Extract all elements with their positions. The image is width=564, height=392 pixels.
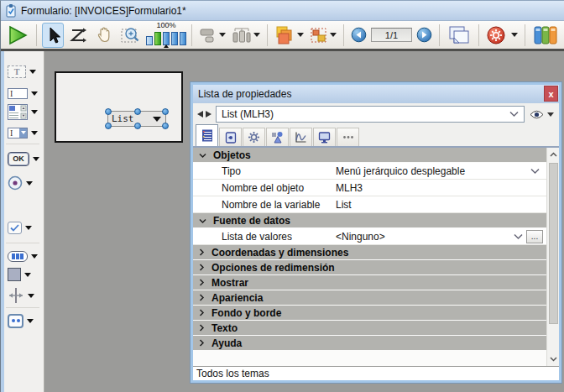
chevron-down-icon[interactable] <box>253 33 260 37</box>
checkbox-tool[interactable] <box>8 219 32 236</box>
section-header-apariencia[interactable]: Apariencia <box>193 290 546 306</box>
scroll-up-icon[interactable] <box>547 148 559 161</box>
form-settings-button[interactable] <box>484 23 520 48</box>
previous-page-button[interactable] <box>349 23 368 48</box>
panel-footer[interactable]: Todos los temas <box>193 366 559 380</box>
tool-palette: T I I <box>1 51 44 392</box>
button-grid-tool[interactable] <box>8 248 38 264</box>
chevron-down-icon[interactable] <box>33 157 39 161</box>
group-button[interactable] <box>308 23 338 48</box>
tab-events[interactable] <box>219 128 242 146</box>
scrollbar-thumb[interactable] <box>549 163 558 324</box>
section-header-coordenadas-y-dimensiones[interactable]: Coordenadas y dimensiones <box>193 245 546 260</box>
checkbox-icon <box>8 222 22 234</box>
pointer-icon <box>44 26 61 44</box>
selection-handle[interactable] <box>162 123 169 129</box>
ellipsis-button[interactable]: ... <box>526 230 543 243</box>
library-button[interactable] <box>530 23 561 48</box>
button-tool[interactable]: OK <box>8 150 39 167</box>
pan-tool-button[interactable] <box>92 23 116 48</box>
property-value[interactable]: List <box>336 199 543 211</box>
zoom-bars-icon[interactable] <box>146 30 186 45</box>
zoom-tool-button[interactable] <box>118 23 144 48</box>
selection-handle[interactable] <box>105 123 112 129</box>
tab-action[interactable] <box>290 128 312 146</box>
section-header-fondo-y-borde[interactable]: Fondo y borde <box>193 306 546 321</box>
theme-filter-label: Todos los temas <box>196 368 269 379</box>
previous-object-icon[interactable] <box>196 110 204 118</box>
chevron-right-icon[interactable] <box>199 292 205 304</box>
chevron-down-icon[interactable] <box>26 181 33 186</box>
property-value[interactable]: Menú jerárquico desplegable <box>336 165 530 177</box>
pointer-tool-button[interactable] <box>42 23 64 48</box>
splitter-tool[interactable] <box>8 287 34 304</box>
tab-property-list[interactable] <box>196 124 218 146</box>
plugin-area-tool[interactable] <box>8 312 34 329</box>
align-button[interactable] <box>197 23 227 48</box>
radio-button-tool[interactable] <box>8 175 33 191</box>
next-page-button[interactable] <box>415 23 434 48</box>
next-object-icon[interactable] <box>205 110 212 118</box>
section-header-fuente-de-datos[interactable]: Fuente de datos <box>193 213 546 228</box>
section-header-opciones-de-redimensi-n[interactable]: Opciones de redimensión <box>193 260 546 275</box>
selection-handle[interactable] <box>162 108 169 115</box>
selection-handle[interactable] <box>105 108 112 115</box>
object-selector[interactable]: List (MLH3) <box>216 106 525 123</box>
page-list-button[interactable] <box>445 23 473 48</box>
chevron-down-icon[interactable] <box>199 215 206 227</box>
chevron-down-icon[interactable] <box>31 110 38 114</box>
panel-scrollbar[interactable] <box>546 148 559 366</box>
tab-settings[interactable] <box>243 128 265 146</box>
chevron-right-icon[interactable] <box>199 262 205 274</box>
input-field-tool[interactable]: I <box>8 85 38 102</box>
chevron-right-icon[interactable] <box>199 277 205 289</box>
chevron-right-icon[interactable] <box>199 247 205 259</box>
section-header-ayuda[interactable]: Ayuda <box>193 336 546 351</box>
rectangle-tool[interactable] <box>8 266 31 283</box>
close-icon[interactable]: x <box>544 86 558 102</box>
tab-display[interactable] <box>313 128 336 146</box>
chevron-down-icon[interactable] <box>28 294 34 298</box>
zoom-level-control[interactable]: 100% <box>146 22 186 49</box>
chevron-down-icon[interactable] <box>31 254 38 259</box>
object-nav-arrows[interactable] <box>196 110 212 118</box>
scroll-down-icon[interactable] <box>547 353 559 366</box>
tab-order-tool-button[interactable] <box>66 23 90 48</box>
chevron-down-icon[interactable] <box>219 33 226 37</box>
section-header-objetos[interactable]: Objetos <box>193 148 546 163</box>
chevron-down-icon[interactable] <box>511 33 518 37</box>
panel-titlebar[interactable]: Lista de propiedades x <box>193 85 559 103</box>
combo-box-tool[interactable]: I <box>8 124 38 141</box>
chevron-down-icon[interactable] <box>514 233 523 240</box>
section-label: Objetos <box>213 149 251 161</box>
chevron-right-icon[interactable] <box>199 307 205 319</box>
section-header-texto[interactable]: Texto <box>193 321 546 336</box>
selection-handle[interactable] <box>134 108 141 115</box>
view-options-button[interactable] <box>528 109 556 120</box>
tab-objects[interactable] <box>266 128 289 146</box>
chevron-down-icon[interactable] <box>24 273 31 277</box>
layer-order-button[interactable] <box>273 23 306 48</box>
chevron-down-icon[interactable] <box>29 70 36 74</box>
hierarchical-list-tool[interactable] <box>8 103 38 120</box>
property-value[interactable]: MLH3 <box>336 182 543 194</box>
selection-handle[interactable] <box>134 123 141 129</box>
chevron-down-icon[interactable] <box>199 149 206 161</box>
distribute-button[interactable] <box>230 23 262 48</box>
chevron-down-icon[interactable] <box>31 131 38 135</box>
form-canvas[interactable]: List <box>55 71 183 143</box>
chevron-down-icon[interactable] <box>330 33 337 37</box>
static-text-tool[interactable]: T <box>8 63 36 80</box>
property-value[interactable]: <Ninguno> <box>336 231 514 243</box>
chevron-right-icon[interactable] <box>199 337 205 349</box>
chevron-down-icon[interactable] <box>297 33 304 37</box>
chevron-down-icon[interactable] <box>25 226 32 230</box>
chevron-down-icon[interactable] <box>27 319 34 323</box>
run-form-button[interactable] <box>4 23 31 48</box>
tab-more[interactable] <box>337 128 359 146</box>
chevron-right-icon[interactable] <box>199 322 205 334</box>
section-header-mostrar[interactable]: Mostrar <box>193 275 546 290</box>
chevron-down-icon[interactable] <box>31 91 38 96</box>
chevron-down-icon[interactable] <box>530 168 540 175</box>
dropdown-widget[interactable]: List <box>107 111 166 127</box>
